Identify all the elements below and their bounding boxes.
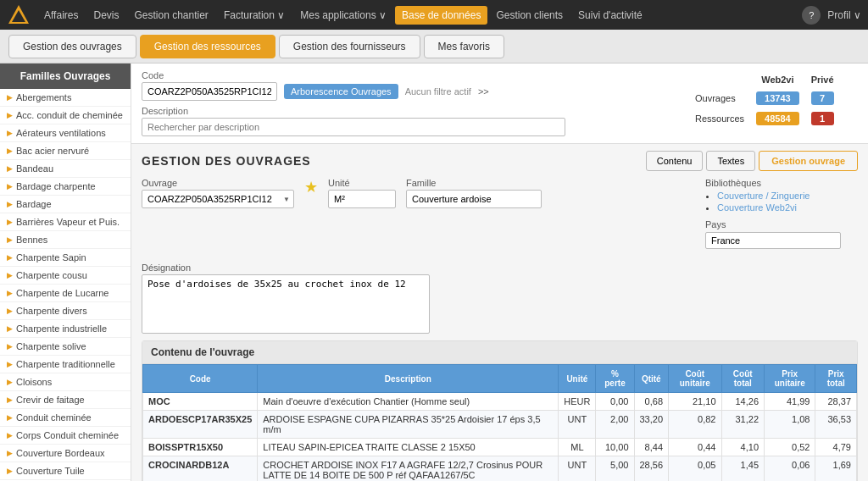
textes-button[interactable]: Textes — [706, 151, 755, 171]
sidebar-item[interactable]: ▶Aérateurs ventilations — [0, 124, 131, 142]
app-logo[interactable] — [7, 3, 31, 27]
sidebar-item[interactable]: ▶Bardage charpente — [0, 178, 131, 196]
search-row: Arborescence Ouvrages Aucun filtre actif… — [142, 82, 678, 101]
sidebar-item-icon: ▶ — [7, 289, 13, 297]
sidebar-item[interactable]: ▶Acc. conduit de cheminée — [0, 107, 131, 124]
unite-group: Unité — [328, 178, 396, 208]
top-navigation: Affaires Devis Gestion chantier Facturat… — [0, 0, 868, 30]
table-header-cell: Prix total — [815, 365, 857, 393]
sidebar-item-icon: ▶ — [7, 235, 13, 244]
tab-mes-favoris[interactable]: Mes favoris — [424, 35, 504, 58]
nav-devis[interactable]: Devis — [86, 6, 125, 25]
code-input[interactable] — [142, 82, 277, 101]
gestion-ouvrage-button[interactable]: Gestion ouvrage — [759, 151, 858, 171]
arborescence-button[interactable]: Arborescence Ouvrages — [284, 84, 398, 99]
sidebar-item[interactable]: ▶Crevir de faitage — [0, 391, 131, 409]
sidebar-item-icon: ▶ — [7, 395, 13, 404]
sidebar-item[interactable]: ▶Bandeau — [0, 160, 131, 178]
sidebar-item[interactable]: ▶Couverture Bordeaux — [0, 445, 131, 462]
table-cell: 1,69 — [815, 456, 857, 482]
table-cell: 0,52 — [765, 439, 815, 456]
tab-gestion-fournisseurs[interactable]: Gestion des fournisseurs — [279, 35, 420, 58]
nav-base-de-donnees[interactable]: Base de données — [395, 6, 487, 25]
sidebar-item[interactable]: ▶Barrières Vapeur et Puis. — [0, 213, 131, 231]
nav-gestion-clients[interactable]: Gestion clients — [489, 6, 570, 25]
biblio-item[interactable]: Couverture Web2vi — [717, 202, 858, 213]
table-row[interactable]: BOISSPTR15X50LITEAU SAPIN-EPICEA TRAITE … — [143, 439, 857, 456]
sidebar-item[interactable]: ▶Charpente Sapin — [0, 249, 131, 267]
nav-gestion-chantier[interactable]: Gestion chantier — [127, 6, 214, 25]
tab-gestion-ressources[interactable]: Gestion des ressources — [140, 35, 275, 58]
unite-input[interactable] — [328, 190, 396, 208]
description-search-input[interactable] — [142, 118, 565, 136]
table-cell: ARDOISE ESPAGNE CUPA PIZARRAS 35*25 Ardo… — [258, 411, 559, 439]
sidebar-item[interactable]: ▶Corps Conduit cheminée — [0, 427, 131, 445]
tab-gestion-ouvrages[interactable]: Gestion des ouvrages — [8, 35, 136, 58]
ouvrage-input[interactable] — [142, 190, 294, 208]
table-header-cell: Unité — [559, 365, 596, 393]
designation-group: Désignation Pose d'ardoises de 35x25 au … — [142, 263, 430, 334]
nav-affaires[interactable]: Affaires — [37, 6, 85, 25]
sidebar-item-icon: ▶ — [7, 449, 13, 457]
sidebar-item[interactable]: ▶Conduit cheminée — [0, 409, 131, 427]
ressources-prive-value: 1 — [811, 112, 834, 125]
sidebar-item[interactable]: ▶Charpente de Lucarne — [0, 285, 131, 302]
code-label: Code — [142, 70, 678, 80]
sidebar-item[interactable]: ▶Charpente solive — [0, 338, 131, 356]
sidebar-item[interactable]: ▶Charpente industrielle — [0, 320, 131, 338]
search-left: Code Arborescence Ouvrages Aucun filtre … — [142, 70, 678, 136]
pays-section: Pays — [705, 219, 858, 249]
help-button[interactable]: ? — [802, 6, 821, 25]
form-row-2: Désignation Pose d'ardoises de 35x25 au … — [142, 263, 858, 334]
table-row[interactable]: ARDOESCP17AR35X25ARDOISE ESPAGNE CUPA PI… — [143, 411, 857, 439]
biblio-item[interactable]: Couverture / Zinguerie — [717, 191, 858, 201]
sidebar-item[interactable]: ▶Bardage — [0, 196, 131, 213]
nav-facturation[interactable]: Facturation ∨ — [217, 6, 292, 25]
designation-textarea[interactable]: Pose d'ardoises de 35x25 au crochet inox… — [142, 274, 430, 334]
sidebar-title: Familles Ouvrages — [0, 64, 131, 89]
table-header-cell: Coût total — [721, 365, 765, 393]
table-cell: 33,20 — [634, 411, 669, 439]
pays-input[interactable] — [705, 232, 841, 249]
table-cell: 31,22 — [721, 411, 765, 439]
table-cell: ML — [559, 439, 596, 456]
bibliotheques-section: Bibliothèques Couverture / ZinguerieCouv… — [705, 178, 858, 213]
famille-label: Famille — [406, 178, 542, 188]
table-cell: 28,37 — [815, 393, 857, 411]
sidebar-item-icon: ▶ — [7, 147, 13, 155]
table-row[interactable]: CROCINARDB12ACROCHET ARDOISE INOX F17 A … — [143, 456, 857, 482]
sidebar-item-icon: ▶ — [7, 413, 13, 422]
arrows-button[interactable]: >> — [478, 86, 489, 97]
sidebar-item[interactable]: ▶Charpente divers — [0, 302, 131, 320]
table-cell: 0,00 — [596, 393, 634, 411]
contenu-table: CodeDescriptionUnité% perteQtitéCoût uni… — [142, 364, 857, 481]
sidebar-item-icon: ▶ — [7, 431, 13, 440]
famille-input[interactable] — [406, 190, 542, 208]
panel-title: GESTION DES OUVRAGES — [142, 154, 311, 168]
stats-table: Web2vi Privé Ouvrages 13743 7 Ressources… — [688, 70, 841, 130]
pays-label: Pays — [705, 219, 858, 229]
bibliotheques-label: Bibliothèques — [705, 178, 858, 188]
sidebar-item[interactable]: ▶Cloisons — [0, 373, 131, 391]
sidebar-item[interactable]: ▶Bennes — [0, 231, 131, 249]
nav-mes-applications[interactable]: Mes applications ∨ — [293, 6, 393, 25]
nav-suivi-activite[interactable]: Suivi d'activité — [571, 6, 649, 25]
sidebar-item-icon: ▶ — [7, 129, 13, 137]
main-content: Code Arborescence Ouvrages Aucun filtre … — [131, 64, 868, 481]
profil-menu[interactable]: Profil ∨ — [827, 9, 861, 21]
sidebar-item[interactable]: ▶Bac acier nervuré — [0, 142, 131, 160]
ouvrages-label: Ouvrages — [690, 89, 749, 108]
table-cell: 4,10 — [721, 439, 765, 456]
sidebar-item[interactable]: ▶Couverture Tuile — [0, 462, 131, 480]
sidebar-item[interactable]: ▶Abergements — [0, 89, 131, 107]
favorite-star-icon[interactable]: ★ — [304, 178, 318, 196]
sidebar-item-icon: ▶ — [7, 111, 13, 119]
sidebar-item[interactable]: ▶Charpente traditionnelle — [0, 356, 131, 373]
table-cell: UNT — [559, 411, 596, 439]
table-cell: 36,53 — [815, 411, 857, 439]
sidebar-item[interactable]: ▶Charpente cousu — [0, 267, 131, 285]
sidebar-item-icon: ▶ — [7, 93, 13, 102]
contenu-button[interactable]: Contenu — [646, 151, 704, 171]
table-cell: Main d'oeuvre d'exécution Chantier (Homm… — [258, 393, 559, 411]
table-row[interactable]: MOCMain d'oeuvre d'exécution Chantier (H… — [143, 393, 857, 411]
